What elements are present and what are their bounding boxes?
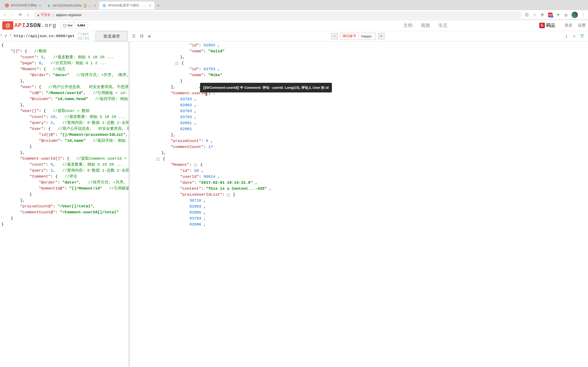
request-bar: ' / ' http://apijson.cn:8080/get //get 2… — [0, 31, 588, 42]
github-star-button[interactable]: ◯ Star 6,884 — [61, 22, 87, 29]
fold-toggle[interactable]: - — [175, 62, 178, 65]
right-toolbar: ☰ 🖫 ◈ − 测试账号 Happy~ + ⤓ ⪪ 👕 — [128, 31, 588, 41]
url-text: apijson.org/auto/ — [56, 13, 82, 17]
browser-chrome: @ APIJSON官方网站 × ◐ APIJSON/APIJSON: 🏆 Git… — [0, 0, 588, 20]
gitee-link[interactable]: G 码云 — [539, 22, 555, 28]
nav-bar: ← → ⟳ ⌂ ▲ 不安全 | apijson.org/auto/ ⚿ ☆ ⛨ … — [0, 10, 588, 20]
abp-extension-icon[interactable]: ABP — [548, 13, 553, 17]
fold-toggle[interactable]: - — [227, 194, 230, 196]
insecure-badge: ▲ 不安全 — [37, 13, 51, 17]
tab-gitee[interactable]: ◐ APIJSON/APIJSON: 🏆 Gitee M × — [44, 2, 99, 9]
layers-icon[interactable]: ◈ — [147, 33, 152, 39]
remove-account-button[interactable]: − — [331, 33, 338, 40]
save-icon[interactable]: 🖫 — [139, 33, 144, 39]
tab-title: APIAuto机器学习测试、自动生成 — [108, 3, 147, 8]
request-url-input[interactable]: http://apijson.cn:8080/get //get 23:51 — [12, 31, 95, 41]
settings-link[interactable]: 设置 — [578, 23, 586, 28]
content: { "[]": { //数组 "count": 5, //最多数量: 例如 5 … — [0, 42, 588, 367]
star-icon[interactable]: ☆ — [532, 13, 537, 17]
share-icon[interactable]: ⪪ — [571, 33, 577, 39]
github-icon: ◯ — [63, 24, 66, 27]
account-test-label: 测试账号 — [340, 34, 359, 38]
add-account-button[interactable]: + — [378, 33, 384, 40]
fold-toggle[interactable]: - — [194, 164, 197, 167]
vue-extension-icon[interactable]: ▼ — [556, 13, 561, 17]
login-link[interactable]: 登录 — [565, 23, 572, 28]
path-prefix[interactable]: ' / ' — [0, 31, 12, 41]
extension-icon[interactable]: ◎ — [564, 13, 568, 17]
favicon-icon: @ — [5, 4, 9, 7]
toolbar-right: ⚿ ☆ ⛨ ABP ▼ ◎ ⋮ — [525, 12, 586, 18]
tab-apijson-site[interactable]: @ APIJSON官方网站 × — [2, 2, 44, 9]
globe-icon: 🌐 — [103, 4, 106, 7]
tab-apiauto[interactable]: 🌐 APIAuto机器学习测试、自动生成 × — [99, 2, 154, 9]
reload-button[interactable]: ⟳ — [18, 12, 23, 17]
star-count: 6,884 — [75, 24, 87, 27]
forward-button[interactable]: → — [10, 12, 15, 17]
back-button[interactable]: ← — [2, 12, 7, 17]
logo-text: APIJSON.org — [14, 22, 56, 29]
logo[interactable]: @ APIJSON.org — [2, 21, 56, 30]
nav-links: 文档 视频 生态 — [403, 22, 447, 28]
key-icon[interactable]: ⚿ — [525, 13, 529, 17]
logo-mark-icon: @ — [2, 21, 13, 30]
menu-icon[interactable]: ⋮ — [581, 13, 586, 17]
response-viewer[interactable]: "id": 82055 , "name": "Solid" }, - { "id… — [130, 42, 588, 367]
send-button[interactable]: 发送请求 — [95, 31, 128, 41]
new-tab-button[interactable]: + — [154, 1, 162, 10]
header-actions: 登录 设置 — [565, 23, 586, 28]
download-icon[interactable]: ⤓ — [564, 33, 569, 39]
tooltip: []/0/Comment-userId[] 中 Comment: 评论 - us… — [200, 83, 332, 92]
avatar[interactable] — [571, 12, 578, 18]
loading-icon: ◐ — [47, 4, 51, 7]
gitee-icon: G — [539, 23, 545, 28]
shirt-icon[interactable]: 👕 — [579, 33, 585, 39]
close-icon[interactable]: × — [149, 4, 151, 7]
nav-docs[interactable]: 文档 — [403, 22, 413, 28]
request-editor[interactable]: { "[]": { //数组 "count": 5, //最多数量: 例如 5 … — [0, 42, 129, 367]
nav-video[interactable]: 视频 — [421, 22, 430, 28]
url-separator: | — [53, 13, 54, 17]
url-bar[interactable]: ▲ 不安全 | apijson.org/auto/ — [34, 11, 522, 19]
account-selector[interactable]: 测试账号 Happy~ — [340, 33, 376, 40]
close-icon[interactable]: × — [94, 4, 96, 7]
close-icon[interactable]: × — [39, 4, 41, 7]
shield-icon[interactable]: ⛨ — [540, 13, 545, 17]
tab-title: APIJSON/APIJSON: 🏆 Gitee M — [53, 4, 92, 7]
fold-toggle[interactable]: - — [157, 158, 159, 161]
account-name: Happy~ — [359, 34, 375, 38]
list-icon[interactable]: ☰ — [131, 33, 137, 39]
app-header: @ APIJSON.org ◯ Star 6,884 文档 视频 生态 G 码云… — [0, 20, 588, 31]
home-button[interactable]: ⌂ — [26, 12, 31, 17]
tab-title: APIJSON官方网站 — [10, 3, 37, 8]
nav-eco[interactable]: 生态 — [438, 22, 447, 28]
tab-bar: @ APIJSON官方网站 × ◐ APIJSON/APIJSON: 🏆 Git… — [0, 0, 588, 10]
